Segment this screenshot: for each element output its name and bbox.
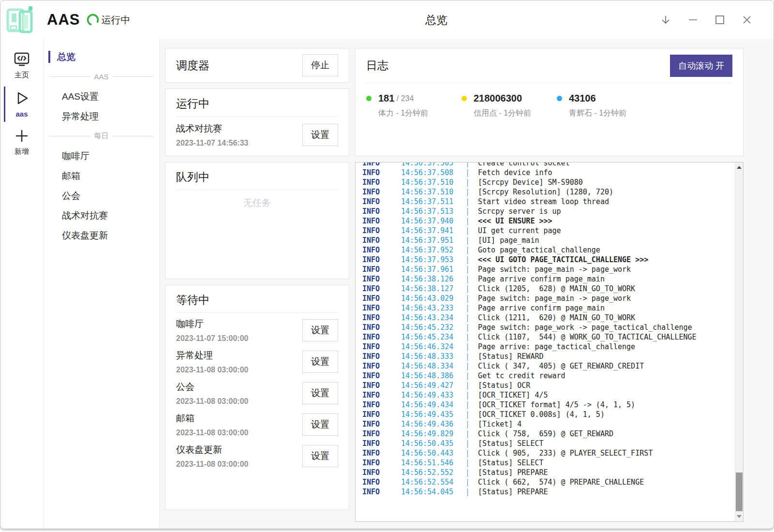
autoscroll-toggle-button[interactable]: 自动滚动 开 — [670, 55, 732, 77]
menu-item[interactable]: 战术对抗赛 — [44, 206, 159, 225]
scroll-down-button[interactable] — [735, 513, 743, 520]
rail-item-home[interactable]: 主页 — [0, 47, 43, 85]
log-message: Page switch: page_work -> page_tactical_… — [478, 323, 692, 332]
log-separator: | — [465, 371, 478, 380]
log-row: INFO14:56:48.334|Click ( 347, 405) @ GET… — [362, 361, 735, 371]
waiting-task-row: 公会 2023-11-08 03:00:00 设置 — [176, 376, 338, 407]
log-level: INFO — [362, 361, 401, 371]
waiting-task-time: 2023-11-08 03:00:00 — [176, 397, 248, 406]
log-message: <<< UI GOTO PAGE_TACTICAL_CHALLENGE >>> — [478, 255, 648, 264]
sidebar-menu: 总览 AAS AAS设置 异常处理 每日 咖啡厅 邮箱 公会 战术对抗赛 — [44, 39, 160, 529]
log-message: Page arrive: page_tactical_challenge — [478, 342, 635, 351]
log-level: INFO — [362, 390, 401, 400]
log-row: INFO14:56:46.324|Page arrive: page_tacti… — [362, 342, 735, 352]
log-row: INFO14:56:52.554|Click ( 662, 574) @ PRE… — [362, 477, 735, 487]
menu-section-divider: AAS — [44, 67, 159, 87]
stat-label: 青辉石 - 1分钟前 — [557, 108, 652, 118]
log-row: INFO14:56:49.829|Click ( 758, 659) @ GET… — [362, 429, 735, 439]
log-row: INFO14:56:43.233|Page arrive confirm pag… — [362, 303, 735, 313]
running-task-row: 战术对抗赛 2023-11-07 14:56:33 设置 — [176, 117, 338, 150]
log-timestamp: 14:56:51.546 — [401, 458, 465, 468]
log-level: INFO — [362, 429, 401, 439]
log-separator: | — [465, 226, 478, 235]
log-row: INFO14:56:49.433|[OCR_TICKET] 4/5 — [362, 390, 735, 400]
stop-button[interactable]: 停止 — [302, 54, 338, 76]
log-timestamp: 14:56:50.443 — [401, 448, 465, 458]
log-separator: | — [465, 197, 478, 206]
log-timestamp: 14:56:48.333 — [401, 352, 465, 361]
log-message: [OCR_TICKET format] 4/5 -> (4, 1, 5) — [478, 400, 635, 409]
log-separator: | — [465, 362, 478, 370]
running-spinner-icon — [86, 13, 100, 27]
log-timestamp: 14:56:52.554 — [401, 477, 465, 487]
scroll-up-button[interactable] — [735, 163, 743, 171]
log-row: INFO14:56:50.435|[Status] SELECT — [362, 439, 735, 448]
minimize-button[interactable] — [686, 14, 699, 26]
rail-item-label: 主页 — [15, 71, 29, 80]
stat-value: 218006300 — [474, 93, 522, 104]
menu-item[interactable]: 异常处理 — [44, 106, 159, 126]
log-separator: | — [465, 468, 478, 477]
waiting-task-time: 2023-11-08 03:00:00 — [176, 460, 248, 469]
log-scroll-area[interactable]: INFO14:56:37.505|Create control socketIN… — [356, 163, 735, 521]
rail-item-aas[interactable]: aas — [0, 85, 43, 123]
log-message: [Status] OCR — [478, 381, 530, 390]
minimize-to-tray-button[interactable] — [659, 14, 672, 26]
log-message: Page arrive confirm page_main — [478, 304, 605, 312]
menu-item[interactable]: 总览 — [44, 47, 159, 67]
waiting-task-time: 2023-11-07 15:00:00 — [176, 334, 248, 343]
waiting-settings-button[interactable]: 设置 — [302, 445, 338, 467]
menu-item[interactable]: AAS设置 — [44, 87, 159, 106]
log-timestamp: 14:56:49.434 — [401, 400, 465, 410]
log-message: [Status] PREPARE — [478, 468, 548, 477]
maximize-button[interactable] — [714, 14, 726, 26]
menu-item-label: 总览 — [57, 51, 75, 63]
waiting-settings-button[interactable]: 设置 — [302, 351, 338, 373]
log-level: INFO — [362, 332, 401, 342]
rail-item-label: 新增 — [15, 147, 29, 156]
app-logo-icon — [5, 5, 37, 35]
log-timestamp: 14:56:45.234 — [401, 332, 465, 342]
waiting-settings-button[interactable]: 设置 — [302, 382, 338, 404]
log-row: INFO14:56:49.434|[OCR_TICKET format] 4/5… — [362, 400, 735, 410]
log-message: Page arrive confirm page_main — [478, 275, 605, 283]
menu-item[interactable]: 仪表盘更新 — [44, 225, 159, 245]
log-row: INFO14:56:37.961|Page switch: page_main … — [362, 265, 735, 274]
log-timestamp: 14:56:49.435 — [401, 410, 465, 419]
log-level: INFO — [362, 274, 401, 284]
maximize-icon — [714, 14, 726, 26]
log-separator: | — [465, 420, 478, 429]
log-separator: | — [465, 439, 478, 448]
rail-item-new[interactable]: 新增 — [0, 123, 43, 162]
log-message: Click ( 347, 405) @ GET_REWARD_CREDIT — [478, 362, 644, 370]
waiting-task-name: 公会 — [176, 381, 248, 393]
menu-item[interactable]: 咖啡厅 — [44, 146, 159, 166]
close-button[interactable] — [741, 14, 753, 26]
log-separator: | — [465, 207, 478, 216]
menu-item[interactable]: 邮箱 — [44, 166, 159, 186]
log-message: [OCR_TICKET 0.008s] (4, 1, 5) — [478, 410, 605, 419]
log-message: [UI] page_main — [478, 236, 539, 245]
log-separator: | — [465, 478, 478, 487]
running-settings-button[interactable]: 设置 — [302, 124, 338, 146]
log-scrollbar[interactable] — [735, 163, 743, 521]
log-timestamp: 14:56:46.324 — [401, 342, 465, 352]
log-level: INFO — [362, 255, 401, 265]
log-message: [OCR_TICKET] 4/5 — [478, 391, 548, 399]
scrollbar-thumb[interactable] — [736, 473, 743, 511]
waiting-settings-button[interactable]: 设置 — [302, 319, 338, 341]
log-level: INFO — [362, 197, 401, 207]
menu-item-label: 咖啡厅 — [62, 150, 89, 163]
log-separator: | — [465, 333, 478, 341]
waiting-task-row: 异常处理 2023-11-08 03:00:00 设置 — [176, 344, 338, 376]
log-separator: | — [465, 168, 478, 177]
waiting-settings-button[interactable]: 设置 — [302, 414, 338, 436]
scheduler-card: 调度器 停止 — [165, 48, 349, 83]
log-separator: | — [465, 313, 478, 322]
menu-item-label: 战术对抗赛 — [62, 209, 108, 222]
log-level: INFO — [362, 458, 401, 468]
log-level: INFO — [362, 294, 401, 303]
log-message: [Status] PREPARE — [478, 488, 548, 496]
menu-item[interactable]: 公会 — [44, 186, 159, 206]
stat-label: 体力 - 1分钟前 — [366, 108, 461, 118]
